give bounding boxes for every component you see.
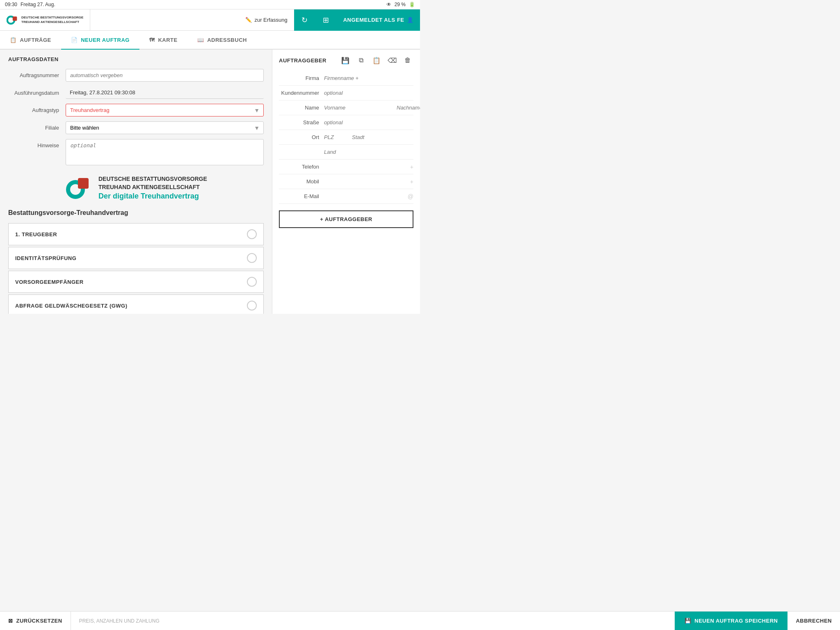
strasse-row: Straße bbox=[279, 115, 413, 130]
strasse-input[interactable] bbox=[324, 119, 413, 126]
accordion-list: 1. TREUGEBER IDENTITÄTSPRÜFUNG VORSORGEE… bbox=[8, 223, 264, 314]
tab-auftraege[interactable]: 📋 AUFTRÄGE bbox=[0, 31, 61, 50]
accordion-identitaetspruefung[interactable]: IDENTITÄTSPRÜFUNG bbox=[8, 247, 264, 269]
land-field bbox=[324, 149, 413, 155]
ausfuehrungsdatum-label: Ausführungsdatum bbox=[8, 87, 66, 96]
filiale-label: Filiale bbox=[8, 121, 66, 131]
grid-button[interactable]: ⊞ bbox=[315, 9, 337, 31]
plz-input[interactable] bbox=[324, 134, 349, 140]
vorname-input[interactable] bbox=[324, 105, 393, 111]
main-content: AUFTRAGSDATEN Auftragsnummer Ausführungs… bbox=[0, 50, 420, 314]
auftragsnummer-input[interactable] bbox=[66, 69, 264, 82]
status-battery-icon: 🔋 bbox=[409, 2, 415, 7]
firma-field bbox=[324, 75, 413, 81]
kundennummer-input[interactable] bbox=[324, 90, 413, 96]
telefon-input[interactable] bbox=[324, 164, 407, 170]
auftraggeber-title: AUFTRAGGEBER bbox=[279, 57, 326, 64]
angemeldet-badge: ANGEMELDET ALS FE 👤 bbox=[337, 9, 420, 31]
accordion-vorsorgeempfaenger-circle bbox=[247, 277, 257, 287]
ort-row: Ort bbox=[279, 130, 413, 145]
auftragsdaten-title: AUFTRAGSDATEN bbox=[8, 56, 264, 62]
name-row: Name bbox=[279, 100, 413, 115]
refresh-button[interactable]: ↻ bbox=[294, 9, 315, 31]
status-date: Freitag 27. Aug. bbox=[21, 2, 55, 7]
accordion-treugeber-label: 1. TREUGEBER bbox=[15, 231, 57, 237]
mobil-row: Mobil + bbox=[279, 174, 413, 189]
mobil-plus-icon[interactable]: + bbox=[410, 178, 413, 185]
tab-karte[interactable]: 🗺 KARTE bbox=[139, 31, 187, 50]
auftraggeber-actions: 💾 ⧉ 📋 ⌫ 🗑 bbox=[340, 55, 413, 66]
company-tagline: Der digitale Treuhandvertrag bbox=[98, 192, 207, 201]
hinweise-field bbox=[66, 139, 264, 167]
name-field bbox=[324, 105, 420, 111]
name-label: Name bbox=[279, 105, 324, 111]
mobil-field: + bbox=[324, 178, 413, 185]
telefon-plus-icon[interactable]: + bbox=[410, 164, 413, 170]
ausfuehrungsdatum-row: Ausführungsdatum bbox=[8, 87, 264, 99]
status-eye-icon: 👁 bbox=[386, 2, 391, 7]
ort-field bbox=[324, 134, 420, 140]
telefon-field: + bbox=[324, 164, 413, 170]
stadt-input[interactable] bbox=[352, 134, 420, 140]
mobil-label: Mobil bbox=[279, 178, 324, 185]
firma-input[interactable] bbox=[324, 75, 413, 81]
filiale-select[interactable]: Bitte wählen bbox=[66, 121, 264, 134]
user-icon: 👤 bbox=[407, 17, 414, 23]
status-battery: 29 % bbox=[395, 2, 406, 7]
email-label: E-Mail bbox=[279, 193, 324, 199]
accordion-vorsorgeempfaenger-label: VORSORGEEMPFÄNGER bbox=[15, 279, 84, 285]
accordion-gwg-label: ABFRAGE GELDWÄSCHEGESETZ (GWG) bbox=[15, 303, 128, 309]
auftragsnummer-field bbox=[66, 69, 264, 82]
company-logo-text: DEUTSCHE BESTATTUNGSVORSORGE TREUHAND AK… bbox=[98, 175, 207, 201]
accordion-identitaetspruefung-label: IDENTITÄTSPRÜFUNG bbox=[15, 255, 76, 261]
hinweise-textarea[interactable] bbox=[66, 139, 264, 165]
company-logo-icon bbox=[66, 175, 92, 201]
kundennummer-row: Kundennummer bbox=[279, 86, 413, 100]
email-at-icon: @ bbox=[408, 193, 413, 200]
logo-area: DEUTSCHE BESTATTUNGSVORSORGE TREUHAND AK… bbox=[0, 9, 90, 30]
accordion-gwg-circle bbox=[247, 301, 257, 310]
auftragstyp-field: Treuhandvertrag ▼ bbox=[66, 104, 264, 116]
company-logo-area: DEUTSCHE BESTATTUNGSVORSORGE TREUHAND AK… bbox=[66, 175, 264, 201]
firma-row: Firma bbox=[279, 71, 413, 86]
auftragstyp-select[interactable]: Treuhandvertrag bbox=[66, 104, 264, 116]
telefon-row: Telefon + bbox=[279, 160, 413, 174]
email-row: E-Mail @ bbox=[279, 189, 413, 204]
accordion-vorsorgeempfaenger[interactable]: VORSORGEEMPFÄNGER bbox=[8, 271, 264, 293]
tab-karte-icon: 🗺 bbox=[149, 37, 155, 43]
accordion-gwg[interactable]: ABFRAGE GELDWÄSCHEGESETZ (GWG) bbox=[8, 294, 264, 314]
email-input[interactable] bbox=[324, 193, 404, 200]
company-name-line2: TREUHAND AKTIENGESELLSCHAFT bbox=[98, 183, 207, 192]
firma-label: Firma bbox=[279, 75, 324, 81]
grid-icon: ⊞ bbox=[323, 16, 329, 25]
land-input[interactable] bbox=[324, 149, 413, 155]
tab-neuer-auftrag[interactable]: 📄 NEUER AUFTRAG bbox=[61, 31, 139, 50]
filiale-row: Filiale Bitte wählen ▼ bbox=[8, 121, 264, 134]
mobil-input[interactable] bbox=[324, 178, 407, 185]
clipboard-icon-btn[interactable]: 📋 bbox=[371, 55, 382, 66]
status-time: 09:30 bbox=[5, 2, 17, 7]
tab-adressbuch-icon: 📖 bbox=[197, 37, 204, 43]
tab-adressbuch[interactable]: 📖 ADRESSBUCH bbox=[187, 31, 257, 50]
nachname-input[interactable] bbox=[397, 105, 420, 111]
save-icon-btn[interactable]: 💾 bbox=[340, 55, 351, 66]
ort-label: Ort bbox=[279, 134, 324, 140]
refresh-icon: ↻ bbox=[301, 16, 308, 25]
ausfuehrungsdatum-input[interactable] bbox=[66, 87, 264, 99]
hinweise-row: Hinweise bbox=[8, 139, 264, 167]
pencil-icon: ✏️ bbox=[245, 17, 252, 23]
auftragstyp-label: Auftragstyp bbox=[8, 104, 66, 113]
top-nav: DEUTSCHE BESTATTUNGSVORSORGE TREUHAND AK… bbox=[0, 9, 420, 31]
left-panel: AUFTRAGSDATEN Auftragsnummer Ausführungs… bbox=[0, 50, 272, 314]
filiale-field: Bitte wählen ▼ bbox=[66, 121, 264, 134]
copy-icon-btn[interactable]: ⧉ bbox=[355, 55, 367, 66]
hinweise-label: Hinweise bbox=[8, 139, 66, 148]
delete-char-icon-btn[interactable]: ⌫ bbox=[386, 55, 398, 66]
zur-erfassung-button[interactable]: ✏️ zur Erfassung bbox=[239, 9, 294, 31]
add-auftraggeber-button[interactable]: + AUFTRAGGEBER bbox=[279, 210, 413, 228]
trash-icon-btn[interactable]: 🗑 bbox=[402, 55, 413, 66]
logo-text: DEUTSCHE BESTATTUNGSVORSORGE TREUHAND AK… bbox=[21, 16, 83, 24]
auftragsnummer-label: Auftragsnummer bbox=[8, 69, 66, 78]
tab-karte-label: KARTE bbox=[158, 37, 177, 43]
accordion-treugeber[interactable]: 1. TREUGEBER bbox=[8, 223, 264, 245]
